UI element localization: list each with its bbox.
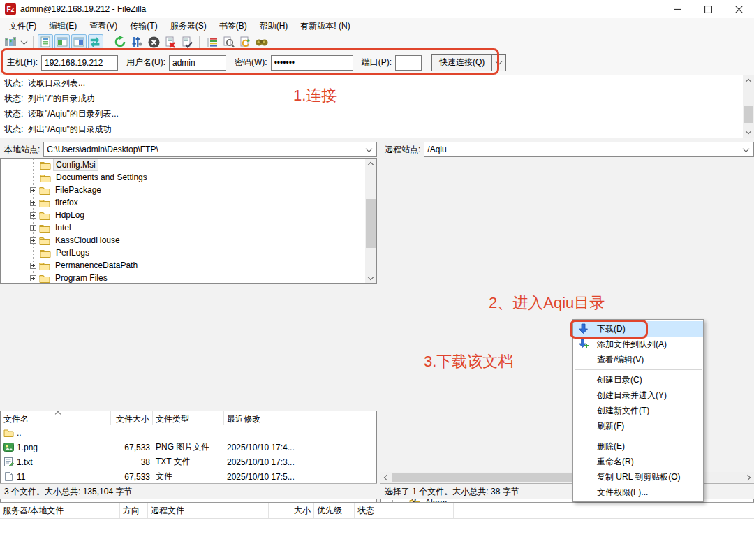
directory-comparison-icon[interactable] xyxy=(204,34,219,50)
log-prefix: 状态: xyxy=(0,93,28,105)
expand-icon[interactable] xyxy=(30,200,36,206)
local-file-row-11[interactable]: 11 67,533 文件 2025/10/10 17:5... xyxy=(1,469,376,484)
file-modified: 2025/10/10 17:4... xyxy=(224,443,318,452)
expand-icon[interactable] xyxy=(30,275,36,281)
site-manager-dropdown-icon[interactable] xyxy=(20,34,29,50)
scroll-left-icon[interactable] xyxy=(380,472,391,482)
tree-item-intel[interactable]: Intel xyxy=(1,221,376,234)
queue-column-remote-file[interactable]: 远程文件 xyxy=(148,503,269,518)
scroll-up-icon[interactable] xyxy=(365,159,376,169)
scroll-up-icon[interactable] xyxy=(743,75,754,86)
quickconnect-button[interactable]: 快速连接(Q) xyxy=(431,54,492,71)
toggle-local-tree-icon[interactable] xyxy=(54,34,70,50)
column-header-filesize[interactable]: 文件大小 xyxy=(111,411,153,425)
column-header-filename[interactable]: 文件名 xyxy=(1,411,111,425)
toggle-log-icon[interactable] xyxy=(38,34,53,50)
tree-item-label: Program Files xyxy=(53,272,110,283)
find-files-icon[interactable] xyxy=(254,34,269,50)
expand-icon[interactable] xyxy=(30,263,36,269)
port-input[interactable] xyxy=(395,55,422,71)
scroll-down-icon[interactable] xyxy=(365,273,376,283)
username-input[interactable] xyxy=(169,55,226,71)
tree-item-config-msi[interactable]: Config.Msi xyxy=(1,159,376,171)
file-size: 67,533 xyxy=(111,472,153,482)
menu-view[interactable]: 查看(V) xyxy=(83,18,124,34)
context-menu-view-edit[interactable]: 查看/编辑(V) xyxy=(573,352,703,367)
close-button[interactable] xyxy=(723,0,754,18)
local-file-row-up[interactable]: .. xyxy=(1,425,376,440)
tree-item-hdplog[interactable]: HdpLog xyxy=(1,209,376,221)
context-menu-create-new-file[interactable]: 创建新文件(T) xyxy=(573,403,703,418)
site-manager-icon[interactable] xyxy=(3,34,18,50)
folder-icon xyxy=(39,273,50,283)
queue-column-size[interactable]: 大小 xyxy=(269,503,314,518)
file-search-icon[interactable] xyxy=(221,34,236,50)
file-type: 文件 xyxy=(153,471,224,482)
menu-bookmarks[interactable]: 书签(B) xyxy=(213,18,253,34)
log-scrollbar[interactable] xyxy=(743,75,754,138)
context-menu-file-permissions[interactable]: 文件权限(F)... xyxy=(573,485,703,500)
tree-item-program-files[interactable]: Program Files xyxy=(1,272,376,284)
queue-column-server-local[interactable]: 服务器/本地文件 xyxy=(0,503,120,518)
title-bar: Fz admin@192.168.19.212 - FileZilla xyxy=(0,0,754,18)
context-menu-create-directory-enter[interactable]: 创建目录并进入(Y) xyxy=(573,388,703,403)
generic-file-icon xyxy=(3,472,14,481)
column-header-modified[interactable]: 最近修改 xyxy=(224,411,318,425)
tree-item-filepackage[interactable]: FilePackage xyxy=(1,184,376,196)
scroll-thumb[interactable] xyxy=(366,199,376,248)
maximize-button[interactable] xyxy=(693,0,723,18)
tree-item-kasscloudhouse[interactable]: KassCloudHouse xyxy=(1,234,376,246)
queue-header: 服务器/本地文件 方向 远程文件 大小 优先级 状态 xyxy=(0,502,754,519)
menu-help[interactable]: 帮助(H) xyxy=(253,18,295,34)
toggle-remote-tree-icon[interactable] xyxy=(71,34,87,50)
chevron-down-icon[interactable] xyxy=(366,145,373,152)
quickconnect-dropdown-icon[interactable] xyxy=(492,54,506,71)
local-tree-scrollbar[interactable] xyxy=(365,159,376,283)
queue-column-status[interactable]: 状态 xyxy=(355,503,454,518)
tree-item-firefox[interactable]: firefox xyxy=(1,196,376,209)
context-menu-create-directory[interactable]: 创建目录(C) xyxy=(573,372,703,388)
menu-new-version[interactable]: 有新版本! (N) xyxy=(294,18,356,34)
synchronized-browsing-icon[interactable] xyxy=(237,34,253,50)
expand-icon[interactable] xyxy=(30,237,36,244)
menu-edit[interactable]: 编辑(E) xyxy=(43,18,83,34)
queue-list[interactable] xyxy=(0,519,754,560)
minimize-button[interactable] xyxy=(662,0,693,18)
disconnect-icon[interactable] xyxy=(163,34,178,50)
cancel-icon[interactable] xyxy=(146,34,161,50)
context-menu-refresh[interactable]: 刷新(F) xyxy=(573,418,703,434)
menu-file[interactable]: 文件(F) xyxy=(3,18,43,34)
tree-item-perflogs[interactable]: PerfLogs xyxy=(1,246,376,259)
expand-icon[interactable] xyxy=(30,212,36,219)
context-menu-delete[interactable]: 删除(E) xyxy=(573,439,703,454)
refresh-icon[interactable] xyxy=(112,34,128,50)
queue-column-priority[interactable]: 优先级 xyxy=(314,503,355,518)
scroll-right-icon[interactable] xyxy=(744,472,754,482)
scroll-down-icon[interactable] xyxy=(743,127,754,138)
reconnect-icon[interactable] xyxy=(179,34,195,50)
context-menu-rename[interactable]: 重命名(R) xyxy=(573,454,703,469)
local-site-combo[interactable]: C:\Users\admin\Desktop\FTP\ xyxy=(43,142,377,157)
process-queue-icon[interactable] xyxy=(129,34,145,50)
local-file-row-1png[interactable]: 1.png 67,533 PNG 图片文件 2025/10/10 17:4... xyxy=(1,440,376,455)
queue-column-direction[interactable]: 方向 xyxy=(120,503,148,518)
expand-icon[interactable] xyxy=(30,225,36,231)
scroll-thumb[interactable] xyxy=(744,106,753,123)
tree-item-permanencedatapath[interactable]: PermanenceDataPath xyxy=(1,259,376,272)
host-input[interactable] xyxy=(41,55,118,71)
chevron-down-icon[interactable] xyxy=(743,145,750,152)
folder-icon xyxy=(39,235,50,245)
context-menu-download[interactable]: 下载(D) xyxy=(573,321,703,337)
menu-server[interactable]: 服务器(S) xyxy=(164,18,213,34)
remote-site-combo[interactable]: /Aqiu xyxy=(424,142,754,157)
tree-item-documents-and-settings[interactable]: Documents and Settings xyxy=(1,171,376,184)
toggle-queue-icon[interactable] xyxy=(88,34,103,50)
context-menu-copy-url[interactable]: 复制 URL 到剪贴板(O) xyxy=(573,469,703,485)
local-file-row-1txt[interactable]: 1.txt 38 TXT 文件 2025/10/10 17:3... xyxy=(1,455,376,469)
expand-icon[interactable] xyxy=(30,187,36,193)
password-input[interactable] xyxy=(271,55,353,71)
context-menu-add-to-queue[interactable]: 添加文件到队列(A) xyxy=(573,337,703,352)
menu-transfer[interactable]: 传输(T) xyxy=(124,18,163,34)
column-header-filetype[interactable]: 文件类型 xyxy=(153,411,224,425)
status-log: 状态:读取目录列表... 状态:列出"/"的目录成功 状态:读取"/Aqiu"的… xyxy=(0,75,754,138)
